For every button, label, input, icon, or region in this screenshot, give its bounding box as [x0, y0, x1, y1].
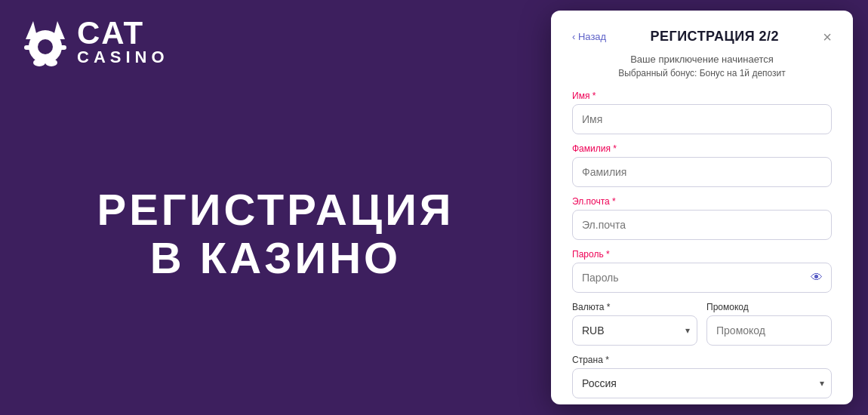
promo-group: Промокод — [706, 302, 832, 346]
close-button[interactable]: × — [823, 29, 832, 45]
country-select-wrapper: Россия Украина Беларусь ▾ — [572, 368, 832, 398]
password-wrapper: 👁 — [572, 263, 832, 293]
logo-area: CAT CASINO — [23, 15, 528, 68]
back-button[interactable]: ‹ Назад — [572, 31, 606, 42]
promo-label: Промокод — [706, 302, 832, 312]
first-name-input[interactable] — [572, 104, 832, 134]
last-name-label: Фамилия * — [572, 143, 832, 154]
password-group: Пароль * 👁 — [572, 249, 832, 293]
logo-text: CAT CASINO — [77, 17, 169, 66]
svg-rect-5 — [59, 45, 66, 50]
svg-rect-4 — [24, 45, 32, 50]
currency-label: Валюта * — [572, 302, 697, 312]
eye-icon[interactable]: 👁 — [811, 271, 823, 284]
logo-casino: CASINO — [77, 49, 169, 66]
last-name-group: Фамилия * — [572, 143, 832, 187]
first-name-label: Имя * — [572, 91, 832, 101]
currency-select-wrapper: RUB USD EUR ▾ — [572, 315, 697, 346]
currency-promo-row: Валюта * RUB USD EUR ▾ Промокод — [572, 302, 832, 346]
modal-subtitle: Ваше приключение начинается — [572, 54, 832, 65]
main-heading: РЕГИСТРАЦИЯВ КАЗИНО — [23, 186, 528, 282]
promo-input[interactable] — [706, 315, 832, 346]
email-group: Эл.почта * — [572, 196, 832, 240]
last-name-input[interactable] — [572, 157, 832, 187]
modal-header: ‹ Назад РЕГИСТРАЦИЯ 2/2 × — [572, 29, 832, 45]
email-input[interactable] — [572, 210, 832, 240]
password-label: Пароль * — [572, 249, 832, 260]
country-select[interactable]: Россия Украина Беларусь — [572, 368, 832, 398]
svg-point-6 — [33, 59, 45, 66]
currency-group: Валюта * RUB USD EUR ▾ — [572, 302, 697, 346]
svg-point-3 — [38, 39, 53, 54]
email-label: Эл.почта * — [572, 196, 832, 207]
currency-select[interactable]: RUB USD EUR — [572, 315, 697, 346]
country-group: Страна * Россия Украина Беларусь ▾ — [572, 355, 832, 398]
password-input[interactable] — [572, 263, 832, 293]
registration-modal: ‹ Назад РЕГИСТРАЦИЯ 2/2 × Ваше приключен… — [551, 11, 853, 404]
logo-cat: CAT — [77, 17, 169, 49]
cat-logo-icon — [23, 15, 68, 68]
left-panel: CAT CASINO РЕГИСТРАЦИЯВ КАЗИНО — [0, 0, 551, 415]
modal-title: РЕГИСТРАЦИЯ 2/2 — [606, 29, 823, 45]
first-name-group: Имя * — [572, 91, 832, 134]
svg-point-7 — [45, 59, 57, 66]
bonus-text: Выбранный бонус: Бонус на 1й депозит — [572, 68, 832, 78]
country-label: Страна * — [572, 355, 832, 365]
